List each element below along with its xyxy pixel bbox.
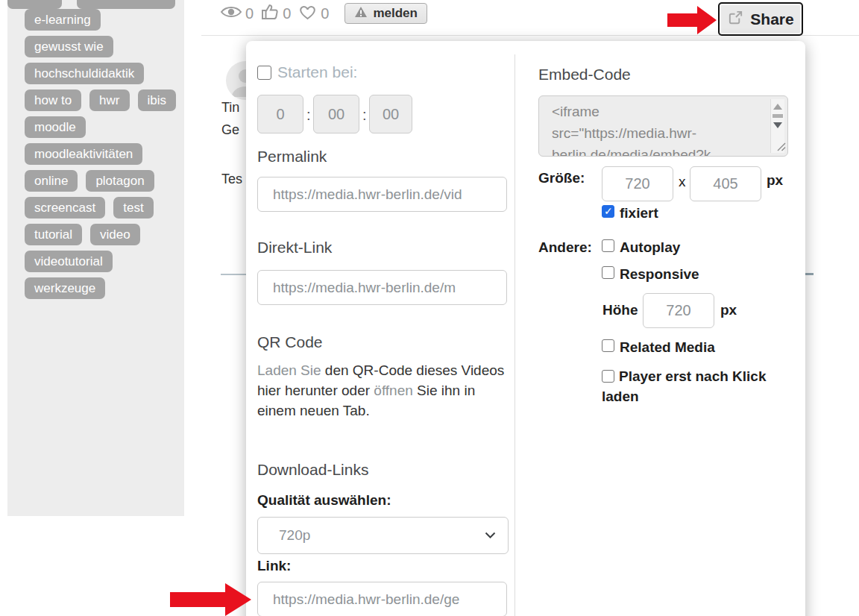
quality-value: 720p [258,527,485,544]
hoehe-label: Höhe [602,302,638,318]
embed-code-heading: Embed-Code [538,66,631,84]
tag[interactable]: e-learning [25,9,101,31]
report-button[interactable]: melden [344,3,427,24]
embed-code-textarea[interactable]: <iframe src="https://media.hwr- berlin.d… [538,95,788,157]
tag[interactable]: moodleaktivitäten [25,143,142,165]
autoplay-row: Autoplay [602,239,680,256]
scrollbar-thumb[interactable] [773,114,783,118]
hoehe-px-label: px [720,302,737,318]
tag[interactable]: video [90,224,140,245]
size-times-label: x [679,174,686,190]
tag[interactable]: how to [25,89,81,111]
start-at-label: Starten bei: [277,63,357,81]
background-divider-left [221,274,246,275]
scroll-down-icon[interactable] [773,122,782,128]
start-minutes-input[interactable] [313,95,359,133]
tag[interactable]: screencast [25,197,105,219]
likes-stat[interactable]: 0 [260,3,291,25]
media-stats-row: 0 0 0 melden [220,2,427,25]
tag[interactable]: videotutorial [25,251,113,272]
download-link-input[interactable] [257,582,507,616]
qr-open-link[interactable]: öffnen [374,383,412,398]
related-media-checkbox[interactable] [602,339,614,352]
share-button[interactable]: Share [718,2,803,36]
start-hours-input[interactable] [257,95,303,133]
start-at-checkbox[interactable] [257,66,271,80]
share-label: Share [750,10,793,28]
embed-code-line: berlin.de/media/embed?k [552,144,768,157]
related-media-row: Related Media [602,339,715,356]
tag[interactable]: online [25,170,78,192]
eye-icon [220,4,242,24]
share-dialog-page: e-learninggewusst wiehochschuldidaktikho… [0,0,859,616]
tag[interactable]: gewusst wie [25,36,113,57]
time-colon: : [362,107,367,124]
download-link-label: Link: [257,558,291,574]
other-label: Andere: [538,239,592,256]
views-count: 0 [245,5,254,22]
tag[interactable]: moodle [25,116,86,138]
tag[interactable]: test [113,197,153,219]
share-dialog: Starten bei: : : Permalink Direkt-Link Q… [246,41,805,616]
thumbs-up-icon [260,3,280,25]
player-click-row: Player erst nach Klick laden [602,366,778,406]
fixed-row: fixiert [602,205,658,221]
player-click-label: Player erst nach Klick laden [602,368,767,404]
scroll-up-icon[interactable] [773,104,782,110]
qr-code-heading: QR Code [257,333,323,351]
fixed-checkbox[interactable] [602,205,614,218]
share-icon [727,9,744,30]
tag[interactable]: plotagon [86,170,154,192]
qr-code-text: Laden Sie den QR-Code dieses Videos hier… [257,360,512,421]
tag-list: e-learninggewusst wiehochschuldidaktikho… [25,9,187,299]
red-arrow-icon [170,583,251,616]
direct-link-input[interactable] [257,270,507,305]
quality-label: Qualität auswählen: [257,492,391,509]
favorites-stat[interactable]: 0 [298,3,329,25]
size-label: Größe: [538,170,585,186]
direct-link-heading: Direkt-Link [257,239,332,257]
qr-download-link[interactable]: Laden Sie [257,362,321,378]
tag-sidebar: e-learninggewusst wiehochschuldidaktikho… [7,0,184,516]
autoplay-checkbox[interactable] [602,239,614,252]
report-label: melden [373,6,418,21]
tag[interactable]: werkzeuge [25,277,105,299]
size-px-label: px [767,172,783,189]
embed-height-input[interactable] [690,166,761,201]
date-fragment: Ge [221,122,239,138]
related-media-label: Related Media [620,339,715,356]
tag[interactable]: ibis [138,89,177,111]
tag-partial[interactable] [7,0,62,9]
embed-width-input[interactable] [602,166,673,201]
embed-code-line: <iframe [552,101,768,122]
embed-code-line: src="https://media.hwr- [552,122,768,144]
quality-select[interactable]: 720p [257,517,509,554]
heart-icon [298,3,318,25]
responsive-label: Responsive [620,266,699,283]
author-fragment: Tin [221,100,239,116]
likes-count: 0 [283,5,291,22]
views-stat: 0 [220,4,254,24]
tag[interactable]: hochschuldidaktik [25,63,144,84]
hoehe-input[interactable] [643,293,714,328]
autoplay-label: Autoplay [620,239,680,256]
start-seconds-input[interactable] [369,95,412,133]
warning-icon [354,6,368,22]
tag[interactable]: hwr [89,89,129,111]
responsive-checkbox[interactable] [602,266,614,279]
tag[interactable]: tutorial [25,224,82,245]
fixed-label: fixiert [620,205,658,221]
download-links-heading: Download-Links [257,461,368,479]
responsive-row: Responsive [602,266,699,283]
red-arrow-icon [667,6,717,37]
background-divider-right [805,273,814,275]
player-click-checkbox[interactable] [602,370,614,383]
permalink-input[interactable] [257,177,507,212]
dialog-column-divider [515,54,515,616]
time-colon: : [306,107,311,124]
favorites-count: 0 [321,5,329,22]
permalink-heading: Permalink [257,148,327,166]
embed-code-text: <iframe src="https://media.hwr- berlin.d… [552,101,768,157]
tag-partial[interactable] [77,0,175,9]
resize-grip-icon[interactable] [777,141,786,154]
